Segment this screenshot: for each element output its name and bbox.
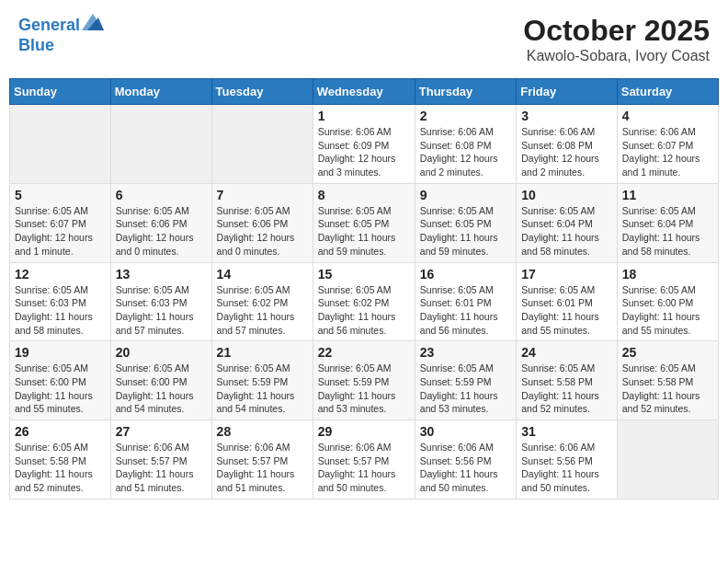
day-info: Sunrise: 6:05 AM Sunset: 6:05 PM Dayligh… bbox=[318, 204, 410, 259]
day-number: 2 bbox=[420, 109, 511, 123]
weekday-header: Sunday bbox=[10, 79, 111, 105]
calendar-cell: 4Sunrise: 6:06 AM Sunset: 6:07 PM Daylig… bbox=[617, 105, 718, 184]
calendar-cell: 27Sunrise: 6:06 AM Sunset: 5:57 PM Dayli… bbox=[110, 420, 211, 500]
day-number: 30 bbox=[420, 424, 511, 439]
day-number: 23 bbox=[420, 345, 511, 360]
logo-icon bbox=[82, 14, 104, 30]
day-number: 18 bbox=[622, 267, 713, 282]
day-info: Sunrise: 6:05 AM Sunset: 5:58 PM Dayligh… bbox=[521, 362, 612, 416]
day-number: 27 bbox=[116, 424, 207, 439]
calendar-cell bbox=[617, 420, 718, 500]
day-info: Sunrise: 6:05 AM Sunset: 6:02 PM Dayligh… bbox=[318, 283, 410, 338]
weekday-header: Wednesday bbox=[313, 79, 415, 105]
day-info: Sunrise: 6:05 AM Sunset: 6:06 PM Dayligh… bbox=[116, 204, 207, 259]
calendar-week-row: 19Sunrise: 6:05 AM Sunset: 6:00 PM Dayli… bbox=[10, 341, 719, 420]
calendar-cell: 29Sunrise: 6:06 AM Sunset: 5:57 PM Dayli… bbox=[313, 420, 415, 500]
calendar-cell: 20Sunrise: 6:05 AM Sunset: 6:00 PM Dayli… bbox=[110, 341, 211, 420]
calendar-cell: 26Sunrise: 6:05 AM Sunset: 5:58 PM Dayli… bbox=[10, 420, 111, 500]
day-number: 25 bbox=[622, 345, 713, 360]
day-number: 26 bbox=[15, 424, 106, 439]
day-info: Sunrise: 6:05 AM Sunset: 6:03 PM Dayligh… bbox=[116, 283, 207, 338]
day-info: Sunrise: 6:06 AM Sunset: 5:57 PM Dayligh… bbox=[217, 441, 308, 495]
calendar-week-row: 26Sunrise: 6:05 AM Sunset: 5:58 PM Dayli… bbox=[10, 420, 719, 500]
calendar-cell: 12Sunrise: 6:05 AM Sunset: 6:03 PM Dayli… bbox=[10, 262, 111, 341]
day-info: Sunrise: 6:05 AM Sunset: 6:00 PM Dayligh… bbox=[622, 283, 713, 338]
weekday-header: Monday bbox=[110, 79, 211, 105]
day-number: 31 bbox=[521, 424, 612, 439]
calendar-week-row: 1Sunrise: 6:06 AM Sunset: 6:09 PM Daylig… bbox=[10, 105, 719, 184]
day-number: 12 bbox=[15, 267, 106, 282]
day-number: 1 bbox=[318, 109, 410, 123]
day-number: 3 bbox=[521, 109, 612, 123]
calendar-week-row: 5Sunrise: 6:05 AM Sunset: 6:07 PM Daylig… bbox=[10, 183, 719, 262]
calendar-cell: 7Sunrise: 6:05 AM Sunset: 6:06 PM Daylig… bbox=[211, 183, 313, 262]
day-number: 4 bbox=[622, 109, 713, 123]
day-info: Sunrise: 6:05 AM Sunset: 6:01 PM Dayligh… bbox=[420, 283, 511, 338]
day-info: Sunrise: 6:05 AM Sunset: 5:58 PM Dayligh… bbox=[15, 441, 106, 495]
day-number: 24 bbox=[521, 345, 612, 360]
logo-text: General Blue bbox=[18, 14, 104, 55]
weekday-header: Saturday bbox=[617, 79, 718, 105]
weekday-header-row: SundayMondayTuesdayWednesdayThursdayFrid… bbox=[10, 79, 719, 105]
day-number: 5 bbox=[15, 188, 106, 202]
calendar-cell: 31Sunrise: 6:06 AM Sunset: 5:56 PM Dayli… bbox=[517, 420, 618, 500]
day-number: 14 bbox=[217, 267, 308, 282]
location: Kawolo-Sobara, Ivory Coast bbox=[523, 48, 710, 64]
calendar-cell: 18Sunrise: 6:05 AM Sunset: 6:00 PM Dayli… bbox=[617, 262, 718, 341]
day-info: Sunrise: 6:06 AM Sunset: 5:56 PM Dayligh… bbox=[420, 441, 511, 495]
calendar-cell: 22Sunrise: 6:05 AM Sunset: 5:59 PM Dayli… bbox=[313, 341, 415, 420]
day-info: Sunrise: 6:05 AM Sunset: 6:00 PM Dayligh… bbox=[116, 362, 207, 416]
calendar-cell: 11Sunrise: 6:05 AM Sunset: 6:04 PM Dayli… bbox=[617, 183, 718, 262]
calendar-cell: 13Sunrise: 6:05 AM Sunset: 6:03 PM Dayli… bbox=[110, 262, 211, 341]
day-number: 10 bbox=[521, 188, 612, 202]
calendar-cell: 21Sunrise: 6:05 AM Sunset: 5:59 PM Dayli… bbox=[211, 341, 313, 420]
calendar-cell: 8Sunrise: 6:05 AM Sunset: 6:05 PM Daylig… bbox=[313, 183, 415, 262]
calendar-cell: 5Sunrise: 6:05 AM Sunset: 6:07 PM Daylig… bbox=[10, 183, 111, 262]
weekday-header: Tuesday bbox=[211, 79, 313, 105]
day-number: 15 bbox=[318, 267, 410, 282]
day-number: 6 bbox=[116, 188, 207, 202]
day-info: Sunrise: 6:05 AM Sunset: 5:59 PM Dayligh… bbox=[318, 362, 410, 416]
day-info: Sunrise: 6:05 AM Sunset: 6:00 PM Dayligh… bbox=[15, 362, 106, 416]
calendar-week-row: 12Sunrise: 6:05 AM Sunset: 6:03 PM Dayli… bbox=[10, 262, 719, 341]
calendar-cell: 16Sunrise: 6:05 AM Sunset: 6:01 PM Dayli… bbox=[415, 262, 516, 341]
weekday-header: Thursday bbox=[415, 79, 516, 105]
day-info: Sunrise: 6:05 AM Sunset: 5:59 PM Dayligh… bbox=[217, 362, 308, 416]
day-info: Sunrise: 6:06 AM Sunset: 6:08 PM Dayligh… bbox=[521, 125, 612, 179]
calendar-cell: 28Sunrise: 6:06 AM Sunset: 5:57 PM Dayli… bbox=[211, 420, 313, 500]
day-info: Sunrise: 6:06 AM Sunset: 5:57 PM Dayligh… bbox=[318, 441, 410, 495]
day-info: Sunrise: 6:06 AM Sunset: 6:08 PM Dayligh… bbox=[420, 125, 511, 179]
title-section: October 2025 Kawolo-Sobara, Ivory Coast bbox=[523, 14, 710, 64]
day-info: Sunrise: 6:05 AM Sunset: 6:07 PM Dayligh… bbox=[15, 204, 106, 259]
day-info: Sunrise: 6:05 AM Sunset: 6:05 PM Dayligh… bbox=[420, 204, 511, 259]
day-number: 19 bbox=[15, 345, 106, 360]
calendar-cell: 9Sunrise: 6:05 AM Sunset: 6:05 PM Daylig… bbox=[415, 183, 516, 262]
day-number: 17 bbox=[521, 267, 612, 282]
day-number: 29 bbox=[318, 424, 410, 439]
calendar-cell bbox=[110, 105, 211, 184]
calendar-cell: 1Sunrise: 6:06 AM Sunset: 6:09 PM Daylig… bbox=[313, 105, 415, 184]
calendar-cell: 6Sunrise: 6:05 AM Sunset: 6:06 PM Daylig… bbox=[110, 183, 211, 262]
day-info: Sunrise: 6:06 AM Sunset: 5:57 PM Dayligh… bbox=[116, 441, 207, 495]
calendar-cell: 30Sunrise: 6:06 AM Sunset: 5:56 PM Dayli… bbox=[415, 420, 516, 500]
day-info: Sunrise: 6:06 AM Sunset: 6:07 PM Dayligh… bbox=[622, 125, 713, 179]
calendar-cell: 19Sunrise: 6:05 AM Sunset: 6:00 PM Dayli… bbox=[10, 341, 111, 420]
calendar-cell: 2Sunrise: 6:06 AM Sunset: 6:08 PM Daylig… bbox=[415, 105, 516, 184]
day-info: Sunrise: 6:05 AM Sunset: 6:03 PM Dayligh… bbox=[15, 283, 106, 338]
day-number: 16 bbox=[420, 267, 511, 282]
day-number: 11 bbox=[622, 188, 713, 202]
day-number: 9 bbox=[420, 188, 511, 202]
calendar-cell: 25Sunrise: 6:05 AM Sunset: 5:58 PM Dayli… bbox=[617, 341, 718, 420]
day-info: Sunrise: 6:05 AM Sunset: 6:04 PM Dayligh… bbox=[622, 204, 713, 259]
day-number: 13 bbox=[116, 267, 207, 282]
day-info: Sunrise: 6:05 AM Sunset: 5:58 PM Dayligh… bbox=[622, 362, 713, 416]
day-info: Sunrise: 6:05 AM Sunset: 6:06 PM Dayligh… bbox=[217, 204, 308, 259]
calendar-cell: 10Sunrise: 6:05 AM Sunset: 6:04 PM Dayli… bbox=[517, 183, 618, 262]
day-number: 20 bbox=[116, 345, 207, 360]
calendar-cell: 15Sunrise: 6:05 AM Sunset: 6:02 PM Dayli… bbox=[313, 262, 415, 341]
day-number: 28 bbox=[217, 424, 308, 439]
calendar-cell: 3Sunrise: 6:06 AM Sunset: 6:08 PM Daylig… bbox=[517, 105, 618, 184]
calendar-cell: 17Sunrise: 6:05 AM Sunset: 6:01 PM Dayli… bbox=[517, 262, 618, 341]
day-number: 7 bbox=[217, 188, 308, 202]
page-header: General Blue October 2025 Kawolo-Sobara,… bbox=[9, 9, 719, 69]
